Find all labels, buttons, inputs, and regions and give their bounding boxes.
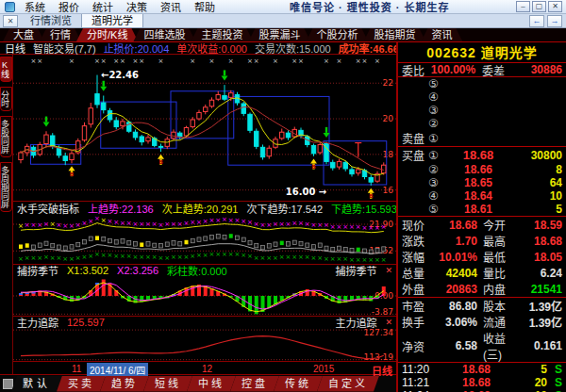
toolbar-tab[interactable]: 买卖 <box>57 376 106 392</box>
svg-text:×: × <box>291 253 297 261</box>
fishing-season-histogram[interactable]: 0.00-3.87 <box>13 276 396 316</box>
svg-text:×: × <box>324 57 329 65</box>
close-view-icon[interactable]: ✕ <box>3 15 18 27</box>
level-volume: 30800 <box>513 149 562 162</box>
svg-text:×: × <box>184 253 190 261</box>
toolbar-tab[interactable]: 自定义 <box>317 376 379 392</box>
market-tab[interactable]: 资讯 <box>421 28 462 41</box>
tick-time: 11:20 <box>402 363 436 376</box>
main-force-value: 125.597 <box>67 317 105 328</box>
svg-text:×: × <box>209 217 215 224</box>
maximize-button[interactable]: ▢ <box>532 1 546 12</box>
svg-text:×: × <box>31 254 37 262</box>
close-pane-icon[interactable]: ✕ <box>385 266 392 275</box>
market-tab[interactable]: 股票漏斗 <box>248 28 310 41</box>
svg-text:×: × <box>94 215 100 222</box>
svg-text:×: × <box>69 57 75 65</box>
workspace-tab[interactable]: 道明光学 <box>81 14 143 28</box>
window-controls: – ▢ ✕ <box>516 1 564 12</box>
svg-text:×: × <box>241 252 246 259</box>
sell-level-row[interactable]: ③ <box>398 104 566 117</box>
buy-level-row[interactable]: ②18.668 <box>398 163 566 176</box>
level-price: 18.65 <box>443 176 513 189</box>
main-candlestick-chart[interactable]: 22201816×××××××××××××××××××××××BBBB←22.4… <box>13 55 396 201</box>
svg-text:×: × <box>273 254 278 262</box>
level-price: 18.61 <box>443 203 513 216</box>
svg-text:×: × <box>254 220 259 228</box>
buy-level-row[interactable]: ④18.6410 <box>398 189 566 203</box>
toolbar-tab[interactable]: 短线 <box>143 376 192 392</box>
timeline-axis[interactable]: 11 2014/11/ 6/四 12 2015 日线 <box>13 361 396 374</box>
stop-loss-value: 止损价:20.004 <box>104 41 170 56</box>
svg-text:×: × <box>120 57 125 65</box>
svg-text:×: × <box>247 253 253 260</box>
tick-volume: 5 <box>517 363 547 376</box>
sell-level-row[interactable]: ⑤ <box>398 77 566 90</box>
market-tab[interactable]: 四维选股 <box>133 28 195 41</box>
menu-item[interactable]: 报价 <box>52 0 86 14</box>
minimize-button[interactable]: – <box>516 1 530 12</box>
sailor-indicator-band[interactable]: 21.9017.52××××××××××××××××××××××××××××××… <box>13 214 396 264</box>
toolbar-tab[interactable]: 趋势 <box>100 376 149 392</box>
close-pane-icon[interactable]: ✕ <box>385 318 392 327</box>
main-force-line-chart[interactable]: 127.34113.19 <box>13 328 396 361</box>
financial-row: 净资6.58收益(三)0.161 <box>398 330 566 362</box>
market-tab[interactable]: 大盘 <box>3 28 44 41</box>
toolbar-tab[interactable]: 传统 <box>274 376 323 392</box>
menu-item[interactable]: 帮助 <box>188 0 222 14</box>
menu-item[interactable]: 决策 <box>120 0 154 14</box>
sidebar-tab[interactable]: 多周期同屏 <box>0 162 12 212</box>
market-tab[interactable]: 个股分析 <box>306 28 368 41</box>
period-label[interactable]: 日线 <box>5 41 25 56</box>
buy-level-row[interactable]: ③18.6564 <box>398 176 566 189</box>
sell-level-row[interactable]: ② <box>398 117 566 130</box>
svg-text:×: × <box>101 217 107 224</box>
sidebar-tab[interactable]: 多股同屏 <box>0 116 12 157</box>
sell-level-row[interactable]: ④ <box>398 90 566 104</box>
svg-text:×: × <box>50 220 56 228</box>
sell-level-row[interactable]: 卖盘① <box>398 130 566 146</box>
workspace-tab[interactable]: 行情浏览 <box>21 14 81 28</box>
menu-item[interactable]: 资讯 <box>154 0 188 14</box>
queue-side-label: 买盘 <box>402 147 428 163</box>
svg-text:×: × <box>273 220 278 228</box>
toolbar-grip-icon[interactable] <box>3 379 13 389</box>
tick-direction: S <box>547 376 562 389</box>
trade-count-value: 交易次数:15.000 <box>255 41 331 56</box>
market-tab[interactable]: 股指期货 <box>363 28 425 41</box>
svg-text:×: × <box>381 223 387 231</box>
sidebar-tab[interactable]: 分时 <box>0 87 12 111</box>
stat-label: 涨幅 <box>402 249 434 265</box>
toolbar-tab[interactable]: 控盘 <box>230 376 279 392</box>
forward-arrow-button[interactable]: → <box>547 15 562 27</box>
svg-text:×: × <box>82 253 88 261</box>
market-tab[interactable]: 主题投资 <box>191 28 253 41</box>
market-tab[interactable]: 行情 <box>40 28 81 41</box>
svg-text:×: × <box>279 220 285 228</box>
sidebar-tab[interactable]: K线 <box>0 57 12 82</box>
svg-text:20: 20 <box>383 114 394 123</box>
main-force-name: 主力追踪 <box>17 315 58 330</box>
svg-text:×: × <box>235 217 241 224</box>
svg-text:×: × <box>241 218 246 225</box>
menu-item[interactable]: 统计 <box>86 0 120 14</box>
svg-text:×: × <box>62 255 68 263</box>
svg-text:×: × <box>43 253 49 261</box>
nav-arrows: ← → <box>529 15 566 27</box>
toolbar-tab[interactable]: 中线 <box>187 376 236 392</box>
level-number: ② <box>428 117 443 130</box>
market-tab[interactable]: 分时/K线 <box>76 28 138 41</box>
svg-text:22: 22 <box>383 78 393 88</box>
buy-level-row[interactable]: ⑤18.615 <box>398 203 566 216</box>
svg-text:×: × <box>145 220 151 228</box>
svg-text:×: × <box>133 57 139 65</box>
menu-item[interactable]: 系统 <box>18 0 52 14</box>
toolbar-tab[interactable]: 默认 <box>11 376 62 392</box>
svg-text:×: × <box>18 255 24 263</box>
buy-level-row[interactable]: 买盘①18.6830800 <box>398 147 566 163</box>
svg-text:×: × <box>254 254 259 262</box>
back-arrow-button[interactable]: ← <box>529 15 544 27</box>
svg-text:×: × <box>190 219 195 226</box>
close-button[interactable]: ✕ <box>548 1 562 12</box>
svg-text:B: B <box>311 163 316 170</box>
